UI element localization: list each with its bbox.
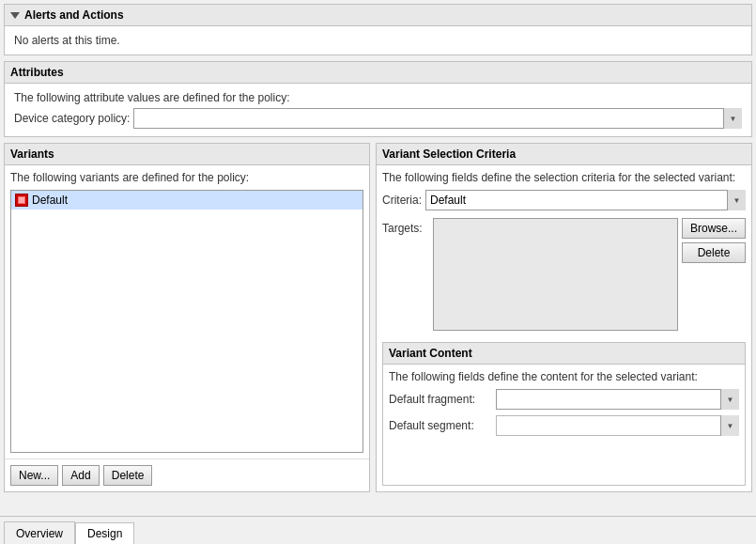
targets-area[interactable] bbox=[433, 218, 678, 331]
content-panel-header: Variant Content bbox=[383, 343, 745, 365]
tab-design[interactable]: Design bbox=[75, 522, 134, 544]
variants-panel: Variants The following variants are defi… bbox=[4, 143, 370, 492]
device-category-wrapper bbox=[133, 108, 742, 129]
delete-target-button[interactable]: Delete bbox=[682, 242, 746, 263]
criteria-select-wrapper: Default bbox=[425, 190, 746, 210]
content-title: Variant Content bbox=[389, 347, 472, 360]
default-segment-wrapper bbox=[496, 415, 739, 436]
targets-label: Targets: bbox=[382, 218, 429, 331]
alerts-section-content: No alerts at this time. bbox=[5, 26, 751, 54]
content-description: The following fields define the content … bbox=[389, 370, 739, 383]
right-side: Variant Selection Criteria The following… bbox=[376, 143, 752, 492]
device-category-row: Device category policy: bbox=[14, 108, 742, 129]
criteria-select[interactable]: Default bbox=[425, 190, 746, 210]
default-fragment-select[interactable] bbox=[496, 389, 739, 410]
main-container: Alerts and Actions No alerts at this tim… bbox=[0, 0, 756, 512]
alerts-section-header: Alerts and Actions bbox=[5, 5, 751, 26]
default-fragment-wrapper bbox=[496, 389, 739, 410]
variants-list[interactable]: Default bbox=[10, 190, 363, 453]
content-panel: Variant Content The following fields def… bbox=[382, 342, 746, 486]
criteria-description: The following fields define the selectio… bbox=[382, 171, 746, 184]
attributes-section: Attributes The following attribute value… bbox=[4, 61, 752, 137]
variants-panel-content: The following variants are defined for t… bbox=[5, 165, 369, 459]
alerts-section: Alerts and Actions No alerts at this tim… bbox=[4, 4, 752, 55]
tab-overview-label: Overview bbox=[16, 527, 63, 540]
delete-variants-button[interactable]: Delete bbox=[103, 465, 153, 486]
targets-row: Targets: Browse... Delete bbox=[382, 218, 746, 331]
criteria-label: Criteria: bbox=[382, 194, 422, 207]
no-alerts-text: No alerts at this time. bbox=[14, 30, 120, 51]
attributes-header: Attributes bbox=[5, 62, 751, 84]
new-button[interactable]: New... bbox=[10, 465, 58, 486]
variant-name-default: Default bbox=[32, 194, 68, 207]
variant-item-default[interactable]: Default bbox=[11, 191, 363, 210]
targets-buttons: Browse... Delete bbox=[682, 218, 746, 331]
variants-description: The following variants are defined for t… bbox=[10, 171, 363, 184]
attributes-content: The following attribute values are defin… bbox=[5, 84, 751, 136]
criteria-panel: Variant Selection Criteria The following… bbox=[376, 143, 752, 492]
default-segment-row: Default segment: bbox=[389, 415, 739, 436]
alerts-section-title: Alerts and Actions bbox=[24, 8, 124, 22]
criteria-panel-content: The following fields define the selectio… bbox=[377, 165, 751, 336]
default-fragment-row: Default fragment: bbox=[389, 389, 739, 410]
browse-button[interactable]: Browse... bbox=[682, 218, 746, 239]
two-column-layout: Variants The following variants are defi… bbox=[4, 143, 752, 492]
add-button[interactable]: Add bbox=[62, 465, 99, 486]
variants-panel-footer: New... Add Delete bbox=[5, 459, 369, 491]
criteria-row: Criteria: Default bbox=[382, 190, 746, 210]
criteria-panel-header: Variant Selection Criteria bbox=[377, 144, 751, 165]
variants-panel-header: Variants bbox=[5, 144, 369, 165]
default-segment-select[interactable] bbox=[496, 415, 739, 436]
attributes-title: Attributes bbox=[10, 66, 64, 79]
variants-title: Variants bbox=[10, 148, 54, 161]
tab-overview[interactable]: Overview bbox=[4, 521, 75, 544]
attributes-description: The following attribute values are defin… bbox=[14, 91, 742, 104]
criteria-title: Variant Selection Criteria bbox=[382, 148, 516, 161]
collapse-triangle-icon bbox=[10, 12, 20, 19]
variant-icon bbox=[15, 194, 28, 207]
tab-design-label: Design bbox=[87, 527, 122, 540]
device-category-label: Device category policy: bbox=[14, 112, 130, 125]
tab-bar: Overview Design bbox=[0, 516, 756, 544]
device-category-select[interactable] bbox=[133, 108, 742, 129]
default-segment-label: Default segment: bbox=[389, 419, 492, 432]
content-panel-content: The following fields define the content … bbox=[383, 365, 745, 447]
default-fragment-label: Default fragment: bbox=[389, 393, 492, 406]
